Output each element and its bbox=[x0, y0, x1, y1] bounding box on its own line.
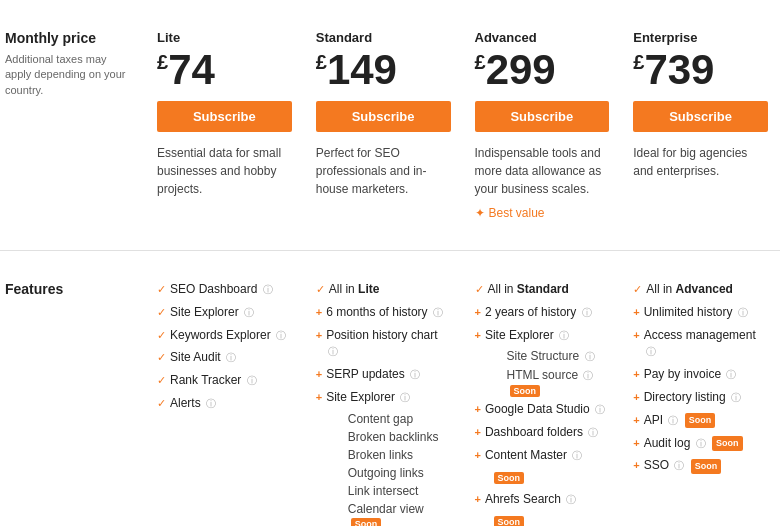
plus-icon: + bbox=[475, 448, 481, 463]
list-item: + SERP updates ⓘ bbox=[316, 366, 451, 383]
plus-icon: + bbox=[316, 305, 322, 320]
info-icon[interactable]: ⓘ bbox=[674, 460, 684, 471]
list-item: + API ⓘ Soon bbox=[633, 412, 768, 429]
plus-icon: + bbox=[475, 492, 481, 507]
info-icon[interactable]: ⓘ bbox=[566, 494, 576, 505]
info-icon[interactable]: ⓘ bbox=[244, 307, 254, 318]
info-icon[interactable]: ⓘ bbox=[668, 415, 678, 426]
plan-lite-name: Lite bbox=[157, 30, 292, 45]
feature-site-explorer-std: Site Explorer ⓘ bbox=[326, 389, 410, 406]
info-icon[interactable]: ⓘ bbox=[588, 427, 598, 438]
check-icon: ✓ bbox=[475, 282, 484, 297]
features-advanced: ✓ All in Standard + 2 years of history ⓘ… bbox=[463, 271, 622, 526]
info-icon[interactable]: ⓘ bbox=[433, 307, 443, 318]
subscribe-enterprise-button[interactable]: Subscribe bbox=[633, 101, 768, 132]
best-value-label: Best value bbox=[489, 206, 545, 220]
sparkle-icon: ✦ bbox=[475, 206, 485, 220]
info-icon[interactable]: ⓘ bbox=[559, 330, 569, 341]
info-icon[interactable]: ⓘ bbox=[247, 375, 257, 386]
feature-all-advanced: All in Advanced bbox=[646, 281, 733, 298]
list-item: + 2 years of history ⓘ bbox=[475, 304, 610, 321]
list-item: Link intersect bbox=[348, 484, 451, 498]
feature-google-data-studio: Google Data Studio ⓘ bbox=[485, 401, 605, 418]
monthly-price-label: Monthly price bbox=[5, 30, 130, 46]
feature-sso: SSO ⓘ Soon bbox=[644, 457, 722, 474]
list-item: Outgoing links bbox=[348, 466, 451, 480]
list-item: Content gap bbox=[348, 412, 451, 426]
plan-advanced-price: £299 bbox=[475, 49, 610, 91]
list-item: + Audit log ⓘ Soon bbox=[633, 435, 768, 452]
plus-icon: + bbox=[633, 390, 639, 405]
list-item: ✓ Site Explorer ⓘ bbox=[157, 304, 292, 321]
info-icon[interactable]: ⓘ bbox=[410, 369, 420, 380]
feature-position-history: Position history chart ⓘ bbox=[326, 327, 450, 361]
soon-badge: Soon bbox=[510, 385, 541, 397]
feature-dashboard-folders: Dashboard folders ⓘ bbox=[485, 424, 598, 441]
soon-badge: Soon bbox=[494, 516, 525, 526]
info-icon[interactable]: ⓘ bbox=[726, 369, 736, 380]
feature-access-management: Access management ⓘ bbox=[644, 327, 768, 361]
list-item: ✓ All in Lite bbox=[316, 281, 451, 298]
plus-icon: + bbox=[633, 328, 639, 343]
soon-badge: Soon bbox=[691, 459, 722, 474]
feature-all-lite: All in Lite bbox=[329, 281, 380, 298]
info-icon[interactable]: ⓘ bbox=[696, 438, 706, 449]
site-explorer-children: Content gap Broken backlinks Broken link… bbox=[332, 412, 451, 526]
feature-content-master: Content Master ⓘ bbox=[485, 447, 582, 464]
info-icon[interactable]: ⓘ bbox=[583, 370, 593, 381]
list-item: ✓ Rank Tracker ⓘ bbox=[157, 372, 292, 389]
plus-icon: + bbox=[316, 328, 322, 343]
info-icon[interactable]: ⓘ bbox=[646, 346, 656, 357]
plan-enterprise: Enterprise £739 Subscribe Ideal for big … bbox=[621, 20, 780, 230]
list-item: Broken links bbox=[348, 448, 451, 462]
info-icon[interactable]: ⓘ bbox=[276, 330, 286, 341]
info-icon[interactable]: ⓘ bbox=[263, 284, 273, 295]
feature-6mo-history: 6 months of history ⓘ bbox=[326, 304, 443, 321]
subscribe-lite-button[interactable]: Subscribe bbox=[157, 101, 292, 132]
list-item: + Google Data Studio ⓘ bbox=[475, 401, 610, 418]
plan-standard: Standard £149 Subscribe Perfect for SEO … bbox=[304, 20, 463, 230]
check-icon: ✓ bbox=[157, 282, 166, 297]
subscribe-advanced-button[interactable]: Subscribe bbox=[475, 101, 610, 132]
info-icon[interactable]: ⓘ bbox=[226, 352, 236, 363]
plan-lite: Lite £74 Subscribe Essential data for sm… bbox=[145, 20, 304, 230]
plan-advanced: Advanced £299 Subscribe Indispensable to… bbox=[463, 20, 622, 230]
plan-lite-desc: Essential data for small businesses and … bbox=[157, 144, 292, 198]
list-item: ✓ All in Advanced bbox=[633, 281, 768, 298]
plan-lite-price: £74 bbox=[157, 49, 292, 91]
subscribe-standard-button[interactable]: Subscribe bbox=[316, 101, 451, 132]
list-item: + Site Explorer ⓘ bbox=[316, 389, 451, 406]
info-icon[interactable]: ⓘ bbox=[328, 346, 338, 357]
plan-enterprise-name: Enterprise bbox=[633, 30, 768, 45]
info-icon[interactable]: ⓘ bbox=[572, 450, 582, 461]
info-icon[interactable]: ⓘ bbox=[595, 404, 605, 415]
soon-badge: Soon bbox=[712, 436, 743, 451]
info-icon[interactable]: ⓘ bbox=[582, 307, 592, 318]
plan-standard-price: £149 bbox=[316, 49, 451, 91]
check-icon: ✓ bbox=[157, 396, 166, 411]
info-icon[interactable]: ⓘ bbox=[206, 398, 216, 409]
plan-advanced-desc: Indispensable tools and more data allowa… bbox=[475, 144, 610, 198]
list-item: Broken backlinks bbox=[348, 430, 451, 444]
info-icon[interactable]: ⓘ bbox=[400, 392, 410, 403]
check-icon: ✓ bbox=[157, 328, 166, 343]
plus-icon: + bbox=[475, 425, 481, 440]
info-icon[interactable]: ⓘ bbox=[738, 307, 748, 318]
list-item: HTML source ⓘ Soon bbox=[507, 368, 610, 397]
check-icon: ✓ bbox=[157, 305, 166, 320]
list-item: ✓ SEO Dashboard ⓘ bbox=[157, 281, 292, 298]
feature-2yr-history: 2 years of history ⓘ bbox=[485, 304, 592, 321]
plan-advanced-name: Advanced bbox=[475, 30, 610, 45]
info-icon[interactable]: ⓘ bbox=[731, 392, 741, 403]
monthly-price-sublabel: Additional taxes may apply depending on … bbox=[5, 52, 130, 98]
pricing-header: Monthly price Additional taxes may apply… bbox=[0, 0, 780, 251]
list-item: + Unlimited history ⓘ bbox=[633, 304, 768, 321]
info-icon[interactable]: ⓘ bbox=[585, 351, 595, 362]
plus-icon: + bbox=[316, 390, 322, 405]
features-enterprise: ✓ All in Advanced + Unlimited history ⓘ … bbox=[621, 271, 780, 526]
plus-icon: + bbox=[633, 305, 639, 320]
feature-site-explorer: Site Explorer ⓘ bbox=[170, 304, 254, 321]
feature-ahrefs-search: Ahrefs Search ⓘ bbox=[485, 491, 576, 508]
feature-audit-log: Audit log ⓘ Soon bbox=[644, 435, 743, 452]
feature-api: API ⓘ Soon bbox=[644, 412, 716, 429]
